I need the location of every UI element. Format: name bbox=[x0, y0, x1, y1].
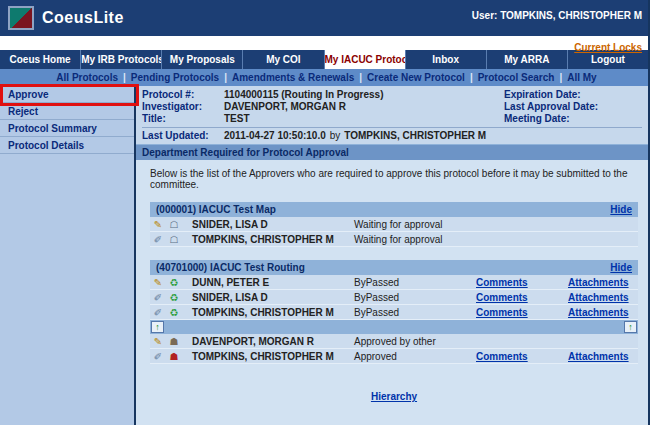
tab-my-arra[interactable]: My ARRA bbox=[487, 50, 568, 69]
last-updated-value: 2011-04-27 10:50:10.0 bbox=[224, 130, 326, 142]
attachments-link[interactable]: Attachments bbox=[568, 292, 629, 303]
protocol-number-value: 1104000115 (Routing In Progress) bbox=[224, 89, 504, 101]
approver-status: ByPassed bbox=[354, 277, 476, 288]
tab-my-iacuc-protocols[interactable]: My IACUC Protocols bbox=[325, 50, 406, 69]
tab-my-irb-protocols[interactable]: My IRB Protocols bbox=[81, 50, 162, 69]
tab-my-proposals[interactable]: My Proposals bbox=[162, 50, 243, 69]
approver-state-cell: ☖ bbox=[166, 232, 182, 247]
protocol-info: Protocol #: 1104000115 (Routing In Progr… bbox=[136, 86, 648, 144]
tab-inbox[interactable]: Inbox bbox=[406, 50, 487, 69]
last-updated-row: Last Updated: 2011-04-27 10:50:10.0 by T… bbox=[142, 127, 642, 142]
sidebar-item-reject[interactable]: Reject bbox=[0, 103, 134, 120]
primary-approver-icon: ✎ bbox=[154, 277, 162, 288]
body-area: ApproveRejectProtocol SummaryProtocol De… bbox=[0, 86, 648, 425]
group-hide-link[interactable]: Hide bbox=[610, 204, 632, 215]
approver-name: TOMPKINS, CHRISTOPHER M bbox=[182, 307, 354, 318]
approver-name: TOMPKINS, CHRISTOPHER M bbox=[182, 351, 354, 362]
last-approval-date-label: Last Approval Date: bbox=[504, 101, 616, 113]
approved-icon: ☗ bbox=[170, 351, 179, 362]
approver-status: ByPassed bbox=[354, 292, 476, 303]
last-approval-date-value bbox=[616, 101, 642, 113]
last-updated-label: Last Updated: bbox=[142, 130, 224, 142]
approver-state-cell: ♻ bbox=[166, 290, 182, 305]
coeuslite-app: CoeusLite User: TOMPKINS, CHRISTOPHER M … bbox=[0, 0, 650, 425]
approver-row: ✐♻TOMPKINS, CHRISTOPHER MByPassedComment… bbox=[150, 305, 638, 320]
group-hide-link[interactable]: Hide bbox=[610, 262, 632, 273]
app-title: CoeusLite bbox=[42, 9, 124, 27]
approver-role-cell: ✐ bbox=[150, 305, 166, 320]
approver-name: SNIDER, LISA D bbox=[182, 219, 354, 230]
attachments-link[interactable]: Attachments bbox=[568, 351, 629, 362]
approver-row: ✎♻DUNN, PETER EByPassedCommentsAttachmen… bbox=[150, 275, 638, 290]
approver-role-cell: ✎ bbox=[150, 275, 166, 290]
primary-approver-icon: ✎ bbox=[154, 219, 162, 230]
attachments-cell: Attachments bbox=[568, 277, 648, 288]
approver-row: ✐♻SNIDER, LISA DByPassedCommentsAttachme… bbox=[150, 290, 638, 305]
comments-link[interactable]: Comments bbox=[476, 292, 528, 303]
sidebar-item-protocol-summary[interactable]: Protocol Summary bbox=[0, 120, 134, 137]
attachments-link[interactable]: Attachments bbox=[568, 307, 629, 318]
approver-row: ✐☗TOMPKINS, CHRISTOPHER MApprovedComment… bbox=[150, 349, 638, 364]
approver-state-cell: ☗ bbox=[166, 334, 182, 349]
to-be-submitted-icon: ☖ bbox=[170, 219, 179, 230]
comments-link[interactable]: Comments bbox=[476, 307, 528, 318]
approver-name: SNIDER, LISA D bbox=[182, 292, 354, 303]
approver-status: Waiting for approval bbox=[354, 234, 476, 245]
approver-name: TOMPKINS, CHRISTOPHER M bbox=[182, 234, 354, 245]
move-up-button[interactable]: ↑ bbox=[624, 321, 637, 333]
group-header: (40701000) IACUC Test RoutingHide bbox=[150, 260, 638, 275]
hierarchy-link[interactable]: Hierarchy bbox=[371, 391, 417, 402]
group-title: (000001) IACUC Test Map bbox=[156, 204, 276, 215]
subnav-separator: | bbox=[470, 72, 473, 83]
alternate-approver-icon: ✐ bbox=[154, 234, 162, 245]
sidebar-item-protocol-details[interactable]: Protocol Details bbox=[0, 137, 134, 154]
approver-role-cell: ✐ bbox=[150, 232, 166, 247]
approved-by-other-icon: ☗ bbox=[170, 336, 179, 347]
investigator-row: Investigator: DAVENPORT, MORGAN R Last A… bbox=[142, 101, 642, 113]
sidebar-item-approve[interactable]: Approve bbox=[0, 86, 134, 103]
attachments-link[interactable]: Attachments bbox=[568, 277, 629, 288]
bypassed-icon: ♻ bbox=[170, 277, 179, 288]
approver-role-cell: ✐ bbox=[150, 290, 166, 305]
tab-my-coi[interactable]: My COI bbox=[243, 50, 324, 69]
approver-group-2: (40701000) IACUC Test RoutingHide✎♻DUNN,… bbox=[150, 260, 638, 364]
intro-text: Below is the list of the Approvers who a… bbox=[150, 168, 638, 190]
investigator-label: Investigator: bbox=[142, 101, 224, 113]
meeting-date-label: Meeting Date: bbox=[504, 113, 616, 125]
primary-approver-icon: ✎ bbox=[154, 336, 162, 347]
nav-tabs: Coeus HomeMy IRB ProtocolsMy ProposalsMy… bbox=[0, 50, 648, 69]
comments-link[interactable]: Comments bbox=[476, 351, 528, 362]
section-title: Department Required for Protocol Approva… bbox=[136, 144, 648, 160]
subnav-pending-protocols[interactable]: Pending Protocols bbox=[131, 72, 219, 83]
approver-state-cell: ☖ bbox=[166, 217, 182, 232]
approver-status: Waiting for approval bbox=[354, 219, 476, 230]
bypassed-icon: ♻ bbox=[170, 307, 179, 318]
approval-content: Below is the list of the Approvers who a… bbox=[136, 160, 648, 425]
approver-state-cell: ♻ bbox=[166, 275, 182, 290]
subnav-amendments-renewals[interactable]: Amendments & Renewals bbox=[232, 72, 354, 83]
approver-name: DAVENPORT, MORGAN R bbox=[182, 336, 354, 347]
meeting-date-value bbox=[616, 113, 642, 125]
subnav-all-protocols[interactable]: All Protocols bbox=[56, 72, 118, 83]
approver-row: ✐☖TOMPKINS, CHRISTOPHER MWaiting for app… bbox=[150, 232, 638, 247]
protocol-number-label: Protocol #: bbox=[142, 89, 224, 101]
user-label: User: TOMPKINS, CHRISTOPHER M bbox=[472, 10, 642, 21]
bypassed-icon: ♻ bbox=[170, 292, 179, 303]
coeus-logo-icon bbox=[8, 6, 34, 30]
title-label: Title: bbox=[142, 113, 224, 125]
comments-cell: Comments bbox=[476, 292, 568, 303]
approver-role-cell: ✎ bbox=[150, 217, 166, 232]
title-row: Title: TEST Meeting Date: bbox=[142, 113, 642, 125]
subnav-create-new-protocol[interactable]: Create New Protocol bbox=[367, 72, 465, 83]
tab-logout[interactable]: Logout bbox=[568, 50, 648, 69]
approver-status: ByPassed bbox=[354, 307, 476, 318]
last-updated-user: TOMPKINS, CHRISTOPHER M bbox=[344, 130, 486, 142]
comments-link[interactable]: Comments bbox=[476, 277, 528, 288]
tab-coeus-home[interactable]: Coeus Home bbox=[0, 50, 81, 69]
comments-cell: Comments bbox=[476, 307, 568, 318]
subnav-separator: | bbox=[559, 72, 562, 83]
attachments-cell: Attachments bbox=[568, 351, 648, 362]
move-up-button[interactable]: ↑ bbox=[151, 321, 164, 333]
subnav-protocol-search[interactable]: Protocol Search bbox=[478, 72, 555, 83]
alternate-approver-icon: ✐ bbox=[154, 292, 162, 303]
